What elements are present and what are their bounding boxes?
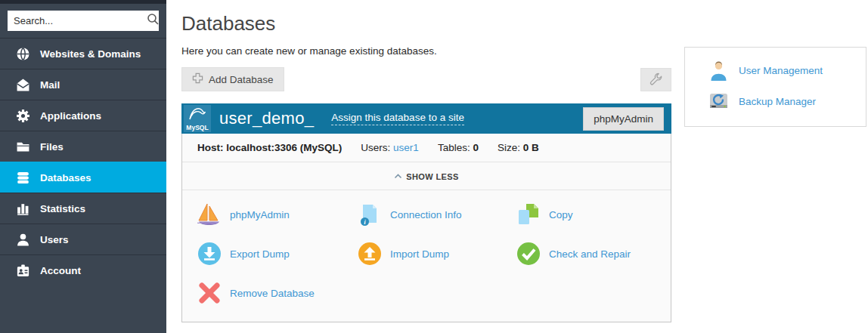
plus-icon (192, 72, 203, 86)
assign-database-link[interactable]: Assign this database to a site (331, 112, 464, 125)
sidebar-item-applications[interactable]: Applications (0, 100, 166, 131)
settings-wrench-button[interactable] (640, 68, 671, 91)
tables-value: 0 (473, 142, 479, 153)
size-value: 0 B (523, 142, 539, 153)
folder-icon (16, 140, 30, 154)
action-import-dump: Import Dump (358, 242, 516, 266)
import-dump-icon (358, 242, 382, 266)
bar-chart-icon (16, 202, 30, 216)
action-connection-info: i Connection Info (358, 202, 516, 227)
sidebar: Websites & Domains Mail Applications Fil… (0, 0, 166, 333)
database-info-row: Host: localhost:3306 (MySQL) Users: user… (182, 133, 671, 162)
check-and-repair-icon (516, 242, 541, 266)
import-dump-action-link[interactable]: Import Dump (390, 248, 449, 260)
database-icon (16, 171, 30, 185)
sidebar-item-users[interactable]: Users (0, 224, 166, 254)
sidebar-item-label: Websites & Domains (40, 48, 141, 60)
sidebar-item-databases[interactable]: Databases (0, 162, 166, 193)
db-size: Size: 0 B (498, 142, 539, 153)
remove-database-icon (197, 281, 222, 305)
database-card: MySQL user_demo_ Assign this database to… (181, 103, 671, 322)
database-card-header: MySQL user_demo_ Assign this database to… (181, 103, 671, 134)
main-content: Databases Here you can create new or man… (166, 0, 687, 322)
phpmyadmin-header-button[interactable]: phpMyAdmin (583, 107, 664, 131)
shortcut-user-management: User Management (685, 55, 866, 86)
wrench-icon (649, 72, 664, 87)
host-value: localhost:3306 (MySQL) (226, 142, 342, 153)
database-name: user_demo_ (219, 109, 314, 128)
action-check-and-repair: Check and Repair (516, 242, 656, 266)
host-label: Host: (197, 142, 224, 153)
users-value-link[interactable]: user1 (393, 142, 419, 153)
show-less-toggle[interactable]: SHOW LESS (182, 162, 671, 190)
sidebar-item-label: Databases (40, 172, 91, 183)
mysql-logo: MySQL (184, 105, 211, 132)
action-export-dump: Export Dump (197, 242, 358, 266)
user-management-link[interactable]: User Management (739, 65, 823, 76)
connection-info-icon: i (358, 202, 382, 227)
database-actions: phpMyAdmin i Connection Info Copy Export… (182, 190, 671, 322)
export-dump-action-link[interactable]: Export Dump (230, 248, 290, 260)
db-users: Users: user1 (361, 142, 419, 153)
page-subtitle: Here you can create new or manage existi… (181, 45, 687, 57)
db-tables: Tables: 0 (438, 142, 479, 153)
copy-icon (516, 202, 541, 227)
action-remove-database: Remove Database (197, 281, 358, 305)
remove-database-action-link[interactable]: Remove Database (230, 288, 315, 299)
db-host: Host: localhost:3306 (MySQL) (197, 142, 342, 153)
sidebar-item-label: Account (40, 265, 81, 276)
sidebar-top-strip (0, 0, 166, 4)
mysql-label: MySQL (186, 124, 208, 132)
search-box[interactable] (8, 11, 159, 31)
sidebar-item-statistics[interactable]: Statistics (0, 193, 166, 224)
sidebar-item-label: Statistics (40, 203, 85, 214)
sidebar-item-account[interactable]: Account (0, 254, 166, 285)
user-icon (16, 233, 30, 247)
copy-action-link[interactable]: Copy (549, 209, 573, 220)
backup-manager-icon (708, 91, 729, 112)
search-input[interactable] (14, 15, 147, 26)
sidebar-item-websites-domains[interactable]: Websites & Domains (0, 38, 166, 69)
show-less-label: SHOW LESS (406, 172, 459, 181)
mail-icon (16, 78, 30, 92)
shortcut-backup-manager: Backup Manager (685, 86, 866, 117)
export-dump-icon (197, 242, 222, 266)
phpmyadmin-sailboat-icon (197, 202, 222, 227)
tables-label: Tables: (438, 142, 470, 153)
action-copy: Copy (516, 202, 656, 227)
globe-icon (16, 47, 30, 61)
search-icon[interactable] (147, 13, 160, 29)
sidebar-item-label: Files (40, 141, 64, 153)
user-management-icon (708, 60, 729, 81)
page-title: Databases (181, 12, 687, 35)
sidebar-item-label: Users (40, 234, 69, 245)
chevron-up-icon (394, 168, 402, 182)
connection-info-action-link[interactable]: Connection Info (390, 209, 462, 220)
gear-icon (16, 109, 30, 123)
sidebar-item-mail[interactable]: Mail (0, 69, 166, 100)
sidebar-item-label: Applications (40, 110, 101, 122)
sidebar-item-files[interactable]: Files (0, 131, 166, 162)
shortcuts-panel: User Management Backup Manager (684, 47, 866, 127)
add-database-button[interactable]: Add Database (181, 67, 284, 91)
mysql-dolphin-icon (189, 107, 206, 122)
action-phpmyadmin: phpMyAdmin (197, 202, 358, 227)
sidebar-item-label: Mail (40, 79, 60, 91)
id-badge-icon (16, 264, 30, 278)
backup-manager-link[interactable]: Backup Manager (739, 96, 816, 107)
toolbar: Add Database (181, 67, 671, 91)
users-label: Users: (361, 142, 390, 153)
check-and-repair-action-link[interactable]: Check and Repair (549, 248, 631, 260)
size-label: Size: (498, 142, 520, 153)
add-database-label: Add Database (209, 74, 274, 85)
phpmyadmin-action-link[interactable]: phpMyAdmin (230, 209, 290, 220)
